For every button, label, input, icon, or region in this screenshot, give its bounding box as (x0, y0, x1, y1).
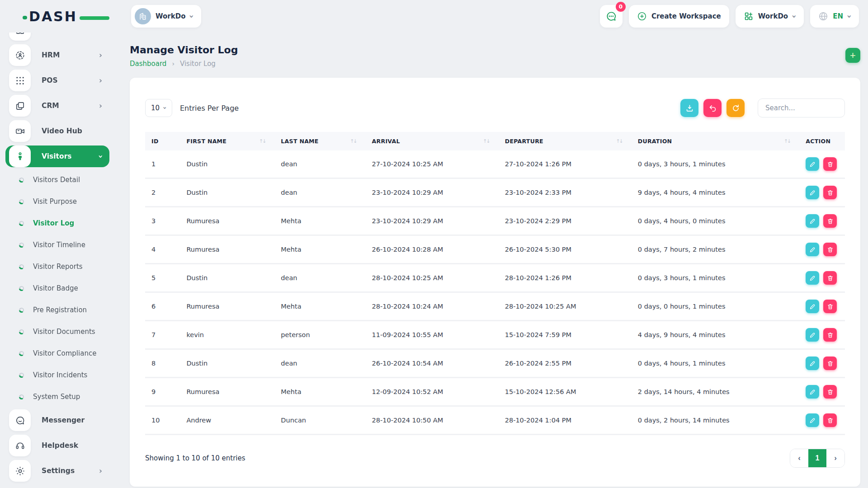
sidebar-item[interactable]: HRM › (9, 44, 109, 66)
cell-arrival: 11-09-2024 10:55 AM (366, 321, 499, 349)
cell-first-name: Rumuresa (180, 292, 274, 321)
delete-button[interactable] (823, 385, 837, 399)
table-column-header[interactable]: ID ↑↓ (145, 132, 180, 150)
edit-button[interactable] (806, 157, 819, 171)
table-column-header[interactable]: DURATION ↑↓ (632, 132, 800, 150)
delete-button[interactable] (823, 413, 837, 427)
table-column-header[interactable]: DEPARTURE ↑↓ (499, 132, 632, 150)
delete-button[interactable] (823, 357, 837, 370)
edit-button[interactable] (806, 328, 819, 342)
chevron-down-icon: › (790, 14, 798, 18)
sort-icon[interactable]: ↑↓ (616, 138, 625, 144)
language-selector[interactable]: EN › (810, 5, 859, 28)
table-column-header[interactable]: LAST NAME ↑↓ (274, 132, 365, 150)
sort-icon[interactable]: ↑↓ (784, 138, 793, 144)
table-column-header[interactable]: FIRST NAME ↑↓ (180, 132, 274, 150)
delete-button[interactable] (823, 328, 837, 342)
sidebar-subitem[interactable]: Visit Purpose (19, 192, 109, 211)
pagination-next-button[interactable]: › (826, 449, 844, 467)
sidebar-item[interactable]: Settings › (9, 460, 109, 482)
reset-button[interactable] (703, 99, 722, 117)
sidebar-item[interactable] (9, 33, 109, 41)
table-column-header[interactable]: ACTION ↑↓ (799, 132, 845, 150)
sidebar-item-label: CRM (42, 102, 88, 110)
sidebar-subitem[interactable]: Visitor Badge (19, 279, 109, 297)
messages-button[interactable]: 0 (600, 5, 623, 28)
cell-arrival: 28-10-2024 10:25 AM (366, 264, 499, 292)
sidebar-subitem[interactable]: Visitor Reports (19, 258, 109, 276)
sort-icon[interactable]: ↑↓ (259, 138, 268, 144)
delete-button[interactable] (823, 243, 837, 256)
visitor-log-card: 10 › Entries Per Page ID ↑↓ (130, 78, 860, 487)
edit-button[interactable] (806, 413, 819, 427)
sidebar-item[interactable]: Messenger (9, 409, 109, 431)
delete-button[interactable] (823, 300, 837, 313)
search-input[interactable] (758, 99, 845, 117)
cell-last-name: peterson (274, 321, 365, 349)
visitor-log-table: ID ↑↓ FIRST NAME ↑↓ LAST NAME ↑↓ (145, 132, 845, 435)
chat-icon (605, 10, 617, 22)
sidebar-subitem[interactable]: Visitor Incidents (19, 366, 109, 384)
sidebar-subitem[interactable]: Visitor Compliance (19, 344, 109, 362)
cell-id: 2 (145, 178, 180, 207)
sidebar-item-label: Video Hub (42, 127, 91, 135)
edit-button[interactable] (806, 357, 819, 370)
cell-last-name: Duncan (274, 406, 365, 435)
entries-per-page-label: Entries Per Page (180, 104, 239, 113)
delete-button[interactable] (823, 214, 837, 228)
edit-button[interactable] (806, 214, 819, 228)
delete-button[interactable] (823, 157, 837, 171)
sidebar-item[interactable]: CRM › (9, 95, 109, 117)
export-button[interactable] (680, 99, 698, 117)
sidebar-subitem-label: Visitor Compliance (33, 349, 96, 357)
entries-per-page-select[interactable]: 10 › (145, 99, 172, 117)
sidebar-subitem[interactable]: Visitor Documents (19, 323, 109, 341)
cell-first-name: Dustin (180, 178, 274, 207)
edit-button[interactable] (806, 271, 819, 285)
cell-departure: 15-10-2024 12:56 AM (499, 378, 632, 406)
pencil-icon (809, 360, 816, 367)
edit-button[interactable] (806, 300, 819, 313)
sidebar-subitem[interactable]: Visitor Timeline (19, 236, 109, 254)
sidebar-subitem-label: Pre Registration (33, 306, 87, 314)
sidebar-subitem[interactable]: Visitors Detail (19, 171, 109, 189)
add-visitor-log-button[interactable]: + (845, 48, 860, 63)
cell-last-name: Mehta (274, 207, 365, 235)
refresh-button[interactable] (726, 99, 745, 117)
sidebar-subitem[interactable]: Pre Registration (19, 301, 109, 319)
pagination-prev-button[interactable]: ‹ (790, 449, 808, 467)
edit-button[interactable] (806, 186, 819, 199)
sidebar-item[interactable]: Video Hub (9, 120, 109, 142)
logo-dash-icon (80, 16, 109, 20)
sort-icon[interactable]: ↑↓ (350, 138, 359, 144)
sidebar-item[interactable]: Visitors › (5, 145, 109, 167)
sidebar-subitem[interactable]: Visitor Log (19, 214, 109, 232)
create-workspace-button[interactable]: Create Workspace (629, 5, 729, 28)
brand-logo[interactable]: DASH (29, 9, 97, 24)
sidebar-subitem[interactable]: System Setup (19, 388, 109, 406)
bullet-icon (19, 264, 24, 269)
workspace-switcher[interactable]: WorkDo › (736, 5, 804, 28)
cell-departure: 26-10-2024 2:55 PM (499, 349, 632, 378)
edit-button[interactable] (806, 243, 819, 256)
delete-button[interactable] (823, 271, 837, 285)
cell-first-name: Dustin (180, 150, 274, 178)
sidebar-subitem-label: Visitor Badge (33, 284, 78, 292)
sidebar-item[interactable]: POS › (9, 70, 109, 91)
breadcrumb-dashboard-link[interactable]: Dashboard (130, 60, 166, 68)
brand-name: DASH (29, 9, 77, 24)
cell-arrival: 27-10-2024 10:25 AM (366, 150, 499, 178)
sidebar-item[interactable]: Helpdesk (9, 435, 109, 456)
table-column-header[interactable]: ARRIVAL ↑↓ (366, 132, 499, 150)
create-workspace-label: Create Workspace (651, 12, 721, 20)
app-icon (15, 33, 25, 35)
column-label: FIRST NAME (186, 138, 226, 145)
pagination-page-1[interactable]: 1 (808, 449, 826, 467)
column-label: ID (151, 138, 159, 145)
workspace-selector[interactable]: WorkDo › (131, 5, 201, 28)
edit-button[interactable] (806, 385, 819, 399)
cell-departure: 23-10-2024 2:33 PM (499, 178, 632, 207)
delete-button[interactable] (823, 186, 837, 199)
cell-arrival: 26-10-2024 10:28 AM (366, 235, 499, 264)
sort-icon[interactable]: ↑↓ (483, 138, 492, 144)
